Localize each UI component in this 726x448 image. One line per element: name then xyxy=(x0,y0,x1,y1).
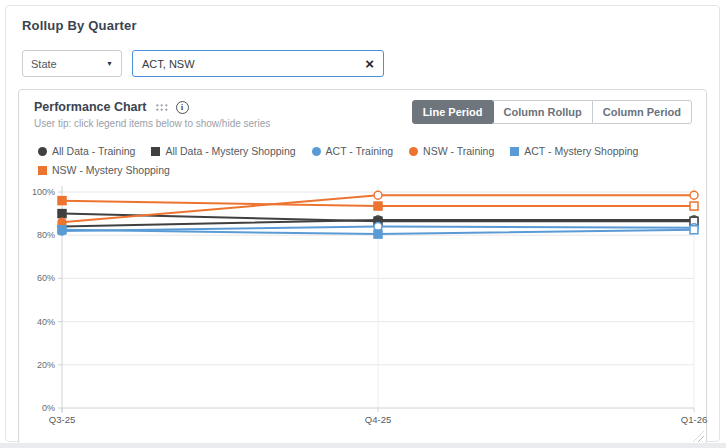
legend-item[interactable]: NSW - Training xyxy=(409,145,494,157)
square-marker-icon xyxy=(510,147,519,156)
x-tick-label: Q3-25 xyxy=(49,414,75,425)
panel-title: Performance Chart xyxy=(34,100,147,114)
state-select-value: State xyxy=(31,58,57,70)
data-point[interactable] xyxy=(374,202,382,210)
view-button-column-period[interactable]: Column Period xyxy=(592,100,692,124)
y-tick-label: 100% xyxy=(32,187,55,197)
state-filter-value: ACT, NSW xyxy=(142,58,195,70)
data-point[interactable] xyxy=(374,191,382,199)
user-tip-text: User tip: click legend items below to sh… xyxy=(34,118,270,129)
data-point[interactable] xyxy=(58,210,66,218)
square-marker-icon xyxy=(151,147,160,156)
filter-row: State ▼ ACT, NSW × xyxy=(22,50,707,77)
legend-item[interactable]: ACT - Training xyxy=(312,145,394,157)
data-point[interactable] xyxy=(58,197,66,205)
legend-item[interactable]: NSW - Mystery Shopping xyxy=(38,164,170,176)
legend-label: All Data - Mystery Shopping xyxy=(165,145,295,157)
view-button-line-period[interactable]: Line Period xyxy=(412,100,494,124)
legend-label: NSW - Mystery Shopping xyxy=(52,164,170,176)
legend-label: ACT - Training xyxy=(326,145,394,157)
resize-handle-icon[interactable] xyxy=(693,431,704,442)
clear-icon[interactable]: × xyxy=(365,56,374,71)
y-tick-label: 60% xyxy=(37,273,55,283)
legend-item[interactable]: All Data - Training xyxy=(38,145,135,157)
page-title: Rollup By Quarter xyxy=(22,18,707,33)
data-point[interactable] xyxy=(374,223,382,231)
chart-legend: All Data - TrainingAll Data - Mystery Sh… xyxy=(38,145,688,176)
data-point[interactable] xyxy=(690,202,698,210)
chevron-down-icon: ▼ xyxy=(106,60,113,67)
legend-item[interactable]: All Data - Mystery Shopping xyxy=(151,145,295,157)
circle-marker-icon xyxy=(38,147,47,156)
circle-marker-icon xyxy=(312,147,321,156)
chart-area: 0%20%40%60%80%100%Q3-25Q4-25Q1-26 xyxy=(34,186,692,430)
page-background-strip xyxy=(0,443,726,448)
state-filter-input[interactable]: ACT, NSW × xyxy=(132,50,384,77)
y-tick-label: 0% xyxy=(42,403,55,413)
legend-label: ACT - Mystery Shopping xyxy=(524,145,638,157)
y-tick-label: 20% xyxy=(37,360,55,370)
data-point[interactable] xyxy=(690,226,698,234)
performance-chart-panel: Performance Chart i User tip: click lege… xyxy=(18,89,707,445)
circle-marker-icon xyxy=(409,147,418,156)
data-point[interactable] xyxy=(374,230,382,238)
panel-header: Performance Chart i User tip: click lege… xyxy=(34,100,692,129)
info-icon[interactable]: i xyxy=(176,101,189,114)
drag-handle-icon[interactable] xyxy=(155,103,168,112)
data-point[interactable] xyxy=(58,218,66,226)
state-select[interactable]: State ▼ xyxy=(22,50,122,77)
legend-label: All Data - Training xyxy=(52,145,135,157)
x-tick-label: Q1-26 xyxy=(681,414,707,425)
y-tick-label: 40% xyxy=(37,317,55,327)
data-point[interactable] xyxy=(58,226,66,234)
data-point[interactable] xyxy=(690,191,698,199)
rollup-panel: Rollup By Quarter State ▼ ACT, NSW × Per… xyxy=(5,5,720,442)
square-marker-icon xyxy=(38,166,47,175)
legend-label: NSW - Training xyxy=(423,145,494,157)
view-button-column-rollup[interactable]: Column Rollup xyxy=(493,100,593,124)
x-tick-label: Q4-25 xyxy=(365,414,391,425)
line-chart: 0%20%40%60%80%100%Q3-25Q4-25Q1-26 xyxy=(34,186,706,430)
y-tick-label: 80% xyxy=(37,230,55,240)
legend-item[interactable]: ACT - Mystery Shopping xyxy=(510,145,638,157)
view-toggle-group: Line PeriodColumn RollupColumn Period xyxy=(412,100,692,124)
